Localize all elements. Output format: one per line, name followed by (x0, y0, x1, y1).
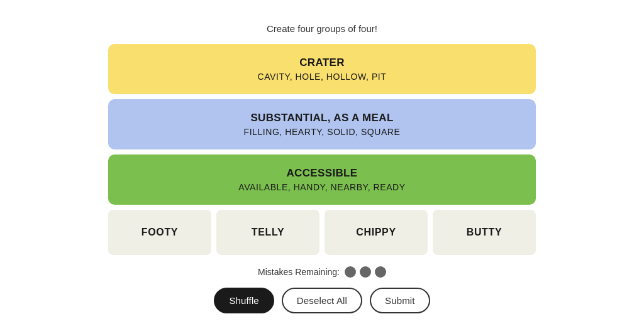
group-green-title: ACCESSIBLE (287, 167, 358, 180)
mistakes-remaining-row: Mistakes Remaining: (258, 266, 386, 278)
group-blue-words: FILLING, HEARTY, SOLID, SQUARE (244, 127, 401, 137)
group-yellow-words: CAVITY, HOLE, HOLLOW, PIT (258, 72, 387, 82)
group-yellow: CRATER CAVITY, HOLE, HOLLOW, PIT (108, 44, 536, 94)
group-green: ACCESSIBLE AVAILABLE, HANDY, NEARBY, REA… (108, 154, 536, 205)
mistake-dot-2 (360, 266, 371, 278)
groups-area: CRATER CAVITY, HOLE, HOLLOW, PIT SUBSTAN… (108, 44, 536, 255)
group-blue: SUBSTANTIAL, AS A MEAL FILLING, HEARTY, … (108, 99, 536, 149)
submit-button[interactable]: Submit (370, 288, 430, 313)
group-yellow-title: CRATER (299, 57, 345, 69)
word-tiles-row: FOOTY TELLY CHIPPY BUTTY (108, 210, 536, 255)
game-container: Create four groups of four! CRATER CAVIT… (108, 23, 536, 313)
mistake-dot-3 (375, 266, 386, 278)
tile-footy[interactable]: FOOTY (108, 210, 211, 255)
group-blue-title: SUBSTANTIAL, AS A MEAL (250, 112, 393, 124)
deselect-all-button[interactable]: Deselect All (282, 288, 362, 313)
mistakes-dots (345, 266, 386, 278)
shuffle-button[interactable]: Shuffle (214, 288, 274, 313)
instruction-text: Create four groups of four! (267, 23, 377, 34)
buttons-row: Shuffle Deselect All Submit (214, 288, 430, 313)
tile-chippy[interactable]: CHIPPY (325, 210, 428, 255)
tile-telly[interactable]: TELLY (216, 210, 319, 255)
mistakes-label: Mistakes Remaining: (258, 267, 340, 277)
group-green-words: AVAILABLE, HANDY, NEARBY, READY (238, 182, 405, 192)
mistake-dot-1 (345, 266, 356, 278)
tile-butty[interactable]: BUTTY (433, 210, 536, 255)
